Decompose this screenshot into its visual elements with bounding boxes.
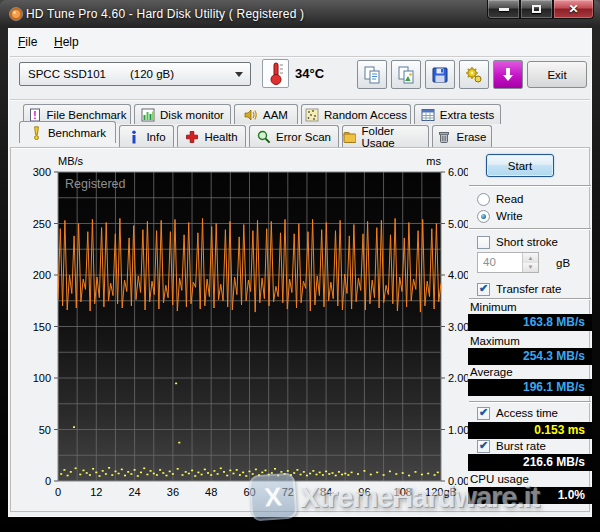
svg-text:120gB: 120gB — [425, 486, 457, 498]
maximum-value: 254.3 MB/s — [468, 348, 592, 365]
stepper-up-icon[interactable]: ▲ — [523, 253, 538, 263]
drive-capacity: (120 gB) — [130, 68, 174, 80]
tab-erase[interactable]: Erase — [432, 125, 492, 147]
read-radio[interactable] — [477, 193, 490, 206]
write-radio[interactable] — [477, 210, 490, 223]
tab-label: Disk monitor — [160, 109, 224, 121]
copy-image-icon — [396, 65, 416, 85]
thermometer-icon — [263, 60, 288, 87]
svg-text:96: 96 — [358, 486, 370, 498]
cpu-usage-label: CPU usage — [470, 473, 529, 485]
window-title: HD Tune Pro 4.60 - Hard Disk Utility ( R… — [26, 7, 304, 21]
download-button[interactable] — [493, 60, 523, 89]
short-stroke-size-stepper[interactable]: 40 ▲ ▼ — [477, 252, 539, 273]
svg-text:60: 60 — [243, 486, 255, 498]
tab-error-scan[interactable]: Error Scan — [249, 125, 339, 147]
access-time-value: 0.153 ms — [468, 422, 592, 439]
tab-label: Folder Usage — [361, 125, 428, 149]
svg-text:150: 150 — [33, 321, 51, 333]
access-time-label: Access time — [496, 407, 558, 419]
trash-icon — [437, 130, 451, 144]
svg-text:48: 48 — [205, 486, 217, 498]
short-stroke-value: 40 — [478, 253, 522, 272]
title-bar[interactable]: HD Tune Pro 4.60 - Hard Disk Utility ( R… — [0, 0, 600, 28]
access-time-checkbox[interactable] — [477, 407, 490, 420]
cpu-usage-value: 1.0% — [468, 487, 592, 504]
benchmark-icon — [29, 126, 43, 140]
benchmark-chart: RegisteredMB/sms3002502001501005006.005.… — [20, 150, 468, 502]
tab-disk-monitor[interactable]: Disk monitor — [134, 104, 231, 124]
maximize-button[interactable] — [520, 0, 553, 19]
app-icon — [8, 6, 24, 22]
menu-help[interactable]: Help — [54, 35, 79, 49]
tab-strip-primary: Benchmark Info Health Err — [19, 125, 492, 147]
folder-icon — [343, 130, 356, 144]
file-benchmark-icon: ! — [28, 108, 42, 122]
short-stroke-unit: gB — [556, 257, 570, 269]
separator — [469, 228, 591, 230]
svg-text:2.00: 2.00 — [448, 372, 468, 384]
svg-text:6.00: 6.00 — [448, 166, 468, 178]
write-label: Write — [496, 210, 523, 222]
svg-text:3.00: 3.00 — [448, 321, 468, 333]
options-button[interactable] — [459, 60, 489, 89]
tab-benchmark[interactable]: Benchmark — [19, 121, 116, 143]
svg-text:MB/s: MB/s — [58, 155, 84, 167]
app-window: HD Tune Pro 4.60 - Hard Disk Utility ( R… — [0, 0, 600, 532]
short-stroke-checkbox[interactable] — [477, 236, 490, 249]
info-icon — [127, 130, 141, 144]
chevron-down-icon — [235, 72, 243, 77]
transfer-rate-label: Transfer rate — [496, 283, 561, 295]
tab-health[interactable]: Health — [177, 125, 246, 147]
average-value: 196.1 MB/s — [468, 379, 592, 396]
svg-text:0: 0 — [45, 475, 51, 487]
burst-rate-label: Burst rate — [496, 440, 546, 452]
tab-label: Benchmark — [48, 127, 106, 139]
stepper-down-icon[interactable]: ▼ — [523, 263, 538, 273]
copy-text-button[interactable] — [357, 60, 387, 89]
svg-text:250: 250 — [33, 218, 51, 230]
exit-button[interactable]: Exit — [527, 61, 587, 88]
separator — [469, 185, 591, 187]
save-button[interactable] — [425, 60, 455, 89]
gear-icon — [464, 65, 484, 85]
close-button[interactable]: ✕ — [553, 0, 594, 19]
average-label: Average — [470, 366, 513, 378]
minimize-button[interactable] — [487, 0, 520, 19]
separator — [469, 298, 591, 300]
speaker-icon — [244, 108, 258, 122]
burst-rate-value: 216.6 MB/s — [468, 454, 592, 471]
drive-select-dropdown[interactable]: SPCC SSD101 (120 gB) — [19, 62, 251, 86]
burst-rate-checkbox[interactable] — [477, 440, 490, 453]
start-button[interactable]: Start — [486, 154, 554, 177]
copy-text-icon — [362, 65, 382, 85]
menu-separator — [10, 56, 590, 58]
tab-random-access[interactable]: Random Access — [301, 104, 411, 124]
menu-file[interactable]: File — [18, 35, 37, 49]
svg-text:Registered: Registered — [65, 177, 125, 191]
tab-extra-tests[interactable]: Extra tests — [414, 104, 501, 124]
svg-text:36: 36 — [167, 486, 179, 498]
svg-text:108: 108 — [394, 486, 412, 498]
tab-folder-usage[interactable]: Folder Usage — [342, 125, 429, 147]
temperature-button[interactable] — [262, 59, 289, 88]
svg-text:50: 50 — [39, 424, 51, 436]
svg-text:200: 200 — [33, 269, 51, 281]
tab-label: File Benchmark — [47, 109, 127, 121]
tab-label: Erase — [456, 131, 486, 143]
svg-text:100: 100 — [33, 372, 51, 384]
tab-label: AAM — [263, 109, 288, 121]
transfer-rate-checkbox[interactable] — [477, 283, 490, 296]
tab-label: Info — [146, 131, 165, 143]
svg-text:5.00: 5.00 — [448, 218, 468, 230]
tab-label: Error Scan — [276, 131, 331, 143]
svg-text:12: 12 — [90, 486, 102, 498]
maximize-icon — [532, 5, 541, 13]
svg-text:0: 0 — [55, 486, 61, 498]
random-access-icon — [305, 108, 319, 122]
maximum-label: Maximum — [470, 335, 520, 347]
tab-info[interactable]: Info — [119, 125, 174, 147]
svg-text:72: 72 — [282, 486, 294, 498]
copy-image-button[interactable] — [391, 60, 421, 89]
tab-aam[interactable]: AAM — [234, 104, 298, 124]
